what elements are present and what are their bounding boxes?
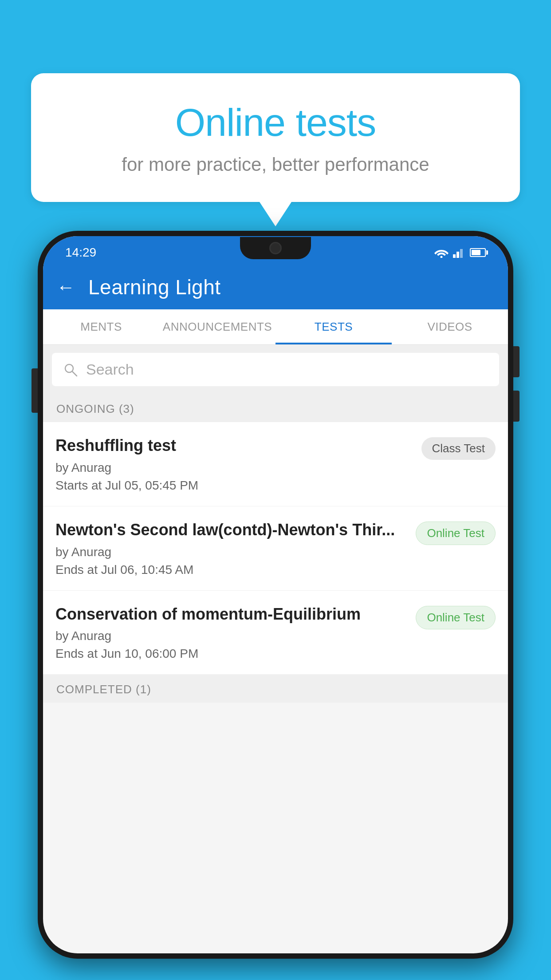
completed-section-header: COMPLETED (1) — [43, 675, 508, 703]
status-time: 14:29 — [65, 245, 96, 260]
svg-line-5 — [72, 371, 77, 376]
front-camera — [269, 242, 282, 254]
tab-videos[interactable]: VIDEOS — [392, 309, 508, 344]
ongoing-section-header: ONGOING (3) — [43, 394, 508, 422]
speech-bubble-section: Online tests for more practice, better p… — [31, 73, 520, 202]
test-badge-class: Class Test — [421, 437, 496, 460]
toolbar-title: Learning Light — [88, 275, 221, 299]
tab-ments[interactable]: MENTS — [43, 309, 159, 344]
test-by: by Anurag — [55, 461, 413, 475]
test-time: Starts at Jul 05, 05:45 PM — [55, 478, 413, 493]
completed-label: COMPLETED (1) — [56, 683, 151, 696]
phone-device: 14:29 — [38, 231, 513, 959]
test-badge-online: Online Test — [416, 522, 496, 545]
search-bar[interactable]: Search — [52, 353, 499, 386]
power-button[interactable] — [31, 368, 38, 413]
phone-notch — [240, 237, 311, 259]
test-badge-online-2: Online Test — [416, 606, 496, 629]
test-item[interactable]: Newton's Second law(contd)-Newton's Thir… — [43, 506, 508, 591]
test-title: Conservation of momentum-Equilibrium — [55, 604, 407, 625]
signal-icon — [453, 247, 465, 258]
wifi-icon — [434, 247, 449, 258]
test-info: Newton's Second law(contd)-Newton's Thir… — [55, 520, 407, 577]
svg-rect-1 — [453, 254, 456, 258]
speech-bubble: Online tests for more practice, better p… — [31, 73, 520, 202]
test-title: Newton's Second law(contd)-Newton's Thir… — [55, 520, 407, 541]
svg-point-0 — [441, 256, 443, 258]
tab-announcements[interactable]: ANNOUNCEMENTS — [159, 309, 276, 344]
test-info: Conservation of momentum-Equilibrium by … — [55, 604, 407, 661]
bubble-title: Online tests — [67, 100, 484, 145]
ongoing-label: ONGOING (3) — [56, 402, 134, 415]
search-icon — [63, 362, 78, 377]
battery-icon — [470, 248, 486, 257]
test-by: by Anurag — [55, 545, 407, 559]
phone-wrapper: 14:29 — [38, 231, 513, 980]
test-time: Ends at Jul 06, 10:45 AM — [55, 563, 407, 577]
test-item[interactable]: Reshuffling test by Anurag Starts at Jul… — [43, 422, 508, 506]
search-container: Search — [43, 345, 508, 394]
phone-screen: 14:29 — [43, 236, 508, 953]
svg-rect-3 — [460, 249, 463, 258]
tab-tests[interactable]: TESTS — [276, 309, 392, 344]
volume-down-button[interactable] — [513, 391, 520, 422]
back-button[interactable]: ← — [56, 277, 75, 298]
test-item[interactable]: Conservation of momentum-Equilibrium by … — [43, 591, 508, 675]
test-time: Ends at Jun 10, 06:00 PM — [55, 647, 407, 661]
status-icons — [434, 247, 486, 258]
svg-rect-2 — [457, 252, 459, 258]
test-list: Reshuffling test by Anurag Starts at Jul… — [43, 422, 508, 675]
bubble-subtitle: for more practice, better performance — [67, 154, 484, 175]
tab-bar: MENTS ANNOUNCEMENTS TESTS VIDEOS — [43, 309, 508, 345]
search-placeholder: Search — [86, 361, 134, 378]
app-toolbar: ← Learning Light — [43, 265, 508, 309]
test-title: Reshuffling test — [55, 435, 413, 456]
volume-up-button[interactable] — [513, 346, 520, 377]
test-info: Reshuffling test by Anurag Starts at Jul… — [55, 435, 413, 493]
test-by: by Anurag — [55, 629, 407, 643]
